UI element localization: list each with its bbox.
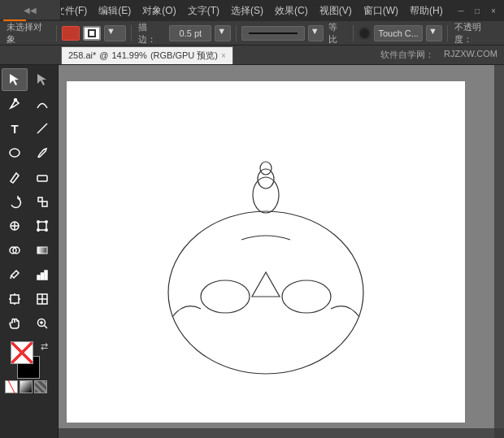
tab-close-btn[interactable]: × [221, 51, 226, 60]
window-close-icon[interactable]: × [486, 3, 501, 18]
swap-colors-icon[interactable]: ⇄ [41, 341, 48, 352]
website-info: 软件自学网： RJZXW.COM [380, 49, 497, 61]
tool-row-11 [2, 312, 56, 335]
menu-help[interactable]: 帮助(H) [405, 2, 448, 20]
tool-freetransform-btn[interactable] [29, 215, 55, 237]
tab-active[interactable]: 258.ai* @ 141.99% (RGB/GPU 预览) × [61, 46, 233, 64]
tab-bar: ◀◀ 258.ai* @ 141.99% (RGB/GPU 预览) × 软件自学… [0, 46, 504, 65]
tool-pen-btn[interactable] [2, 93, 28, 115]
svg-marker-1 [37, 74, 46, 85]
tool-row-4 [2, 141, 56, 164]
horizontal-scrollbar[interactable] [59, 428, 494, 438]
canvas-area[interactable] [59, 65, 504, 438]
no-selection-label: 未选择对象 [5, 21, 51, 46]
tool-direct-select-btn[interactable] [29, 68, 55, 91]
toolbar-divider-4 [353, 25, 354, 41]
svg-rect-20 [37, 275, 40, 280]
svg-rect-22 [45, 271, 47, 280]
tool-paintbrush-btn[interactable] [29, 141, 55, 164]
tool-row-1 [2, 68, 56, 91]
tab-mode: (RGB/GPU 预览) [150, 50, 218, 62]
tool-row-9 [2, 263, 56, 286]
tool-ellipse-btn[interactable] [2, 141, 28, 164]
pattern-swatch[interactable] [34, 380, 47, 393]
panels-toggle[interactable]: ◀◀ [24, 6, 37, 15]
foreground-color-swatch[interactable] [11, 341, 33, 364]
website-url: RJZXW.COM [444, 49, 497, 61]
tool-warp-btn[interactable] [2, 215, 28, 237]
touch-select[interactable]: ▼ [426, 25, 442, 41]
tool-select-btn[interactable] [2, 68, 28, 91]
stroke-line-preview[interactable] [241, 26, 305, 41]
tools-panel: T [0, 65, 59, 438]
tab-filename: 258.ai* [68, 50, 96, 60]
tool-eraser-btn[interactable] [29, 166, 55, 189]
tool-pencil-btn[interactable] [2, 166, 28, 189]
fill-color-btn[interactable] [62, 26, 79, 41]
window-minimize-icon[interactable]: ─ [454, 3, 468, 18]
window-maximize-icon[interactable]: □ [470, 3, 484, 18]
equal-ratio-label: 等比 [327, 21, 347, 46]
gradient-swatch[interactable] [20, 380, 33, 393]
stroke-type-select[interactable]: ▼ [104, 25, 126, 41]
svg-point-41 [282, 280, 331, 313]
tool-row-6 [2, 190, 56, 213]
main-area: T [0, 65, 504, 438]
svg-rect-5 [37, 176, 47, 181]
color-swatches: ⇄ ╲ [2, 340, 56, 395]
menu-effect[interactable]: 效果(C) [270, 2, 313, 20]
svg-line-19 [11, 275, 11, 279]
tool-line-btn[interactable] [29, 117, 55, 140]
svg-point-4 [10, 149, 20, 157]
toolbar-divider-5 [447, 25, 448, 41]
tool-hand-btn[interactable] [2, 312, 28, 335]
menu-object[interactable]: 对象(O) [137, 2, 180, 20]
foreground-cross-icon [11, 342, 33, 363]
tool-gradient-btn[interactable] [29, 239, 55, 262]
tool-rotate-btn[interactable] [2, 190, 28, 213]
stroke-color-btn[interactable] [83, 26, 101, 41]
tool-type-btn[interactable]: T [2, 117, 28, 140]
stroke-value-input[interactable] [169, 25, 211, 41]
tool-curvature-btn[interactable] [29, 93, 55, 115]
tool-scale-btn[interactable] [29, 190, 55, 213]
swatch-small-icons: ╲ [3, 380, 47, 393]
svg-marker-0 [10, 74, 19, 85]
tool-zoom-btn[interactable] [29, 312, 55, 335]
no-fill-icon[interactable]: ╲ [5, 380, 18, 393]
toolbar-divider-1 [56, 25, 57, 41]
svg-rect-7 [42, 202, 47, 206]
tool-row-10 [2, 288, 56, 310]
toolbar-divider-3 [236, 25, 237, 41]
svg-rect-18 [37, 247, 47, 254]
svg-point-15 [46, 229, 47, 231]
touch-color-icon [358, 27, 371, 40]
svg-point-12 [37, 221, 39, 223]
svg-rect-21 [41, 273, 44, 280]
tool-row-3: T [2, 117, 56, 140]
menu-text[interactable]: 文字(T) [183, 2, 224, 20]
tool-eyedropper-btn[interactable] [2, 263, 28, 286]
website-name: 软件自学网： [380, 49, 434, 61]
type-tool-icon: T [11, 122, 18, 136]
artboard [67, 81, 465, 423]
svg-point-38 [260, 162, 272, 175]
stroke-line-select[interactable]: ▼ [308, 25, 324, 41]
svg-point-2 [15, 99, 17, 102]
menu-select[interactable]: 选择(S) [226, 2, 268, 20]
menu-bar: Ai ⌂ 文件(F) 编辑(E) 对象(O) 文字(T) 选择(S) 效果(C)… [0, 0, 504, 21]
touch-btn[interactable]: Touch C... [374, 25, 423, 41]
menu-window[interactable]: 窗口(W) [358, 2, 403, 20]
menu-view[interactable]: 视图(V) [315, 2, 357, 20]
menu-edit[interactable]: 编辑(E) [93, 2, 136, 20]
tool-slice-btn[interactable] [29, 288, 55, 310]
tool-artboard-btn[interactable] [2, 288, 28, 310]
svg-point-36 [253, 177, 279, 213]
tool-chart-btn[interactable] [29, 263, 55, 286]
swatch-stack: ⇄ [11, 341, 48, 379]
tab-zoom-value: 141.99% [111, 50, 146, 60]
stroke-unit-select[interactable]: ▼ [215, 25, 231, 41]
vertical-scrollbar[interactable] [494, 65, 504, 428]
tool-shapebuilder-btn[interactable] [2, 239, 28, 262]
toolbar: 未选择对象 ▼ 描边： ▼ ▼ 等比 Touch C... ▼ 不透明度： [0, 21, 504, 46]
